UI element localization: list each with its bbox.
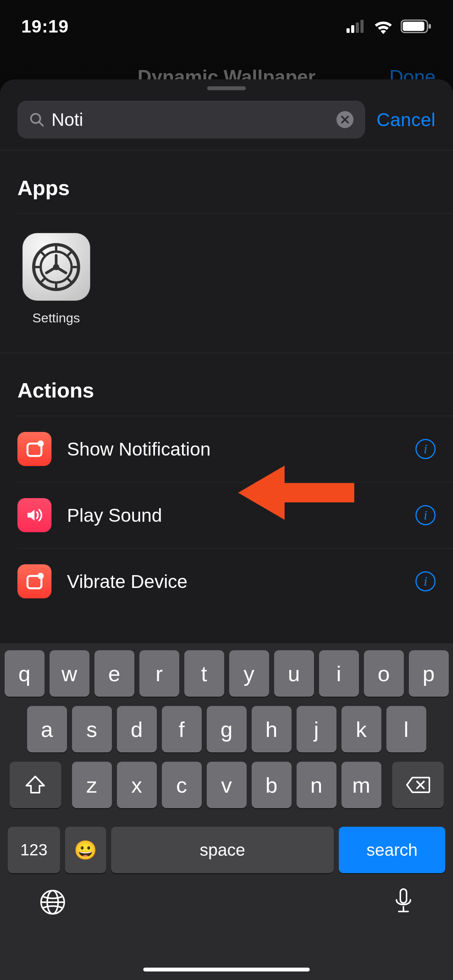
action-label: Show Notification (67, 439, 400, 460)
svg-rect-0 (347, 28, 350, 33)
key-b[interactable]: b (252, 762, 292, 808)
info-button[interactable]: i (415, 571, 436, 591)
app-label: Settings (33, 310, 80, 326)
app-item-settings[interactable]: Settings (17, 233, 95, 326)
action-label: Vibrate Device (67, 571, 400, 592)
action-play-sound[interactable]: Play Sound i (0, 482, 453, 548)
gear-icon (31, 242, 81, 292)
shift-icon (25, 775, 46, 795)
emoji-key[interactable]: 😀 (65, 827, 106, 873)
cellular-icon (347, 20, 366, 33)
key-t[interactable]: t (184, 650, 224, 697)
home-indicator[interactable] (143, 968, 310, 971)
key-u[interactable]: u (274, 650, 314, 697)
sound-icon (17, 498, 51, 532)
space-key[interactable]: space (111, 827, 334, 873)
settings-app-icon (22, 233, 90, 301)
info-button[interactable]: i (415, 505, 436, 525)
key-o[interactable]: o (364, 650, 404, 697)
key-k[interactable]: k (341, 706, 381, 752)
close-icon (341, 115, 349, 124)
shift-key[interactable] (10, 762, 61, 808)
search-key[interactable]: search (339, 827, 445, 873)
key-a[interactable]: a (27, 706, 67, 752)
key-g[interactable]: g (207, 706, 247, 752)
key-p[interactable]: p (409, 650, 449, 697)
key-j[interactable]: j (297, 706, 336, 752)
key-x[interactable]: x (117, 762, 157, 808)
key-i[interactable]: i (319, 650, 359, 697)
key-h[interactable]: h (252, 706, 292, 752)
svg-point-28 (38, 573, 44, 579)
svg-line-19 (40, 278, 45, 283)
svg-line-23 (56, 267, 66, 273)
key-m[interactable]: m (341, 762, 381, 808)
apps-section-header: Apps (0, 151, 453, 213)
info-button[interactable]: i (415, 439, 436, 459)
key-l[interactable]: l (386, 706, 426, 752)
status-time: 19:19 (21, 16, 69, 37)
key-w[interactable]: w (50, 650, 89, 697)
notification-icon (17, 564, 51, 598)
key-z[interactable]: z (72, 762, 112, 808)
wifi-icon (373, 19, 394, 34)
backspace-icon (405, 776, 430, 794)
key-e[interactable]: e (94, 650, 134, 697)
key-y[interactable]: y (229, 650, 269, 697)
key-n[interactable]: n (297, 762, 336, 808)
key-s[interactable]: s (72, 706, 112, 752)
search-field[interactable] (17, 101, 365, 139)
svg-line-18 (67, 278, 72, 283)
status-icons (347, 19, 432, 34)
dictation-icon[interactable] (393, 887, 414, 918)
svg-rect-2 (356, 22, 359, 33)
svg-line-20 (67, 251, 72, 256)
sheet-grabber[interactable] (207, 86, 246, 90)
svg-line-17 (40, 251, 45, 256)
clear-search-button[interactable] (336, 111, 353, 128)
svg-line-8 (39, 122, 43, 126)
status-bar: 19:19 (0, 0, 453, 52)
search-icon (29, 112, 45, 127)
notification-icon (17, 432, 51, 466)
svg-rect-1 (351, 25, 354, 33)
svg-rect-6 (429, 24, 431, 29)
key-v[interactable]: v (207, 762, 247, 808)
key-q[interactable]: q (5, 650, 45, 697)
key-r[interactable]: r (139, 650, 179, 697)
action-vibrate-device[interactable]: Vibrate Device i (0, 548, 453, 614)
cancel-button[interactable]: Cancel (377, 109, 436, 130)
emoji-icon: 😀 (74, 839, 97, 861)
svg-point-26 (38, 440, 44, 447)
keyboard: qwertyuiop asdfghjkl zxcvbnm 123 😀 (0, 643, 453, 980)
backspace-key[interactable] (392, 762, 444, 808)
search-input[interactable] (51, 109, 329, 130)
battery-icon (401, 19, 432, 34)
key-c[interactable]: c (162, 762, 202, 808)
actions-section-header: Actions (0, 353, 453, 416)
svg-line-24 (46, 267, 56, 273)
svg-rect-5 (403, 22, 424, 31)
svg-rect-35 (400, 889, 407, 903)
action-show-notification[interactable]: Show Notification i (0, 416, 453, 482)
numbers-key[interactable]: 123 (8, 827, 60, 873)
globe-icon[interactable] (39, 888, 67, 916)
key-d[interactable]: d (117, 706, 157, 752)
action-label: Play Sound (67, 505, 400, 526)
svg-rect-3 (360, 20, 364, 33)
key-f[interactable]: f (162, 706, 202, 752)
